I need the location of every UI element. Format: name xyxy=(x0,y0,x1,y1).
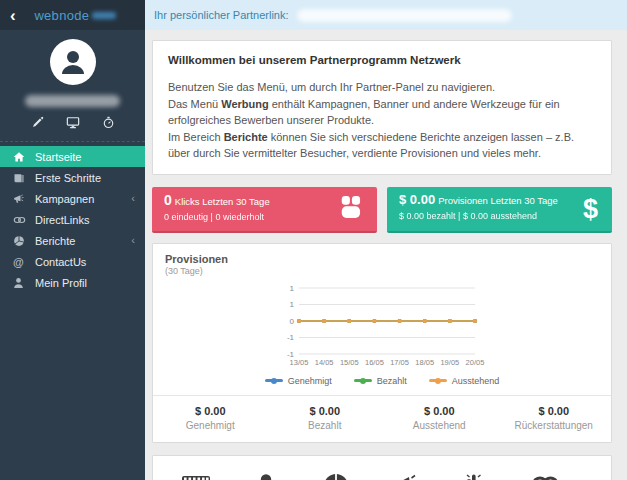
stat-rueckerstattungen: $ 0.00 Rückerstattungen xyxy=(497,405,612,431)
chart-plot-area: 110-1-113/0514/0515/0516/0517/0518/0519/… xyxy=(153,282,611,374)
clicks-line: 0Klicks Letzten 30 Tage xyxy=(164,192,365,208)
svg-text:19/05: 19/05 xyxy=(440,358,459,367)
legend-item-genehmigt[interactable]: Genehmigt xyxy=(265,376,332,386)
user-icon xyxy=(231,469,301,480)
monitor-icon[interactable] xyxy=(66,116,80,129)
chart-header: Provisionen (30 Tage) xyxy=(153,253,611,276)
home-icon xyxy=(13,151,35,163)
stat-label: Ausstehend xyxy=(382,420,497,431)
pie-chart-icon xyxy=(301,469,371,480)
welcome-line2: Das Menü Werbung enthält Kampagnen, Bann… xyxy=(168,96,596,129)
welcome-title: Willkommen bei unserem Partnerprogramm N… xyxy=(168,52,596,69)
sidebar-header: ‹ webnode xyxy=(0,0,145,30)
stopwatch-icon[interactable] xyxy=(102,116,115,129)
stat-label: Rückerstattungen xyxy=(497,420,612,431)
provisions-value: $ 0.00 xyxy=(399,192,435,207)
chevron-left-icon: ‹ xyxy=(131,193,135,204)
shortcut-berichte[interactable]: Berichte xyxy=(301,469,371,480)
chart-legend: GenehmigtBezahltAusstehend xyxy=(153,376,611,386)
provisions-sub: $ 0.00 bezahlt | $ 0.00 ausstehend xyxy=(399,211,600,221)
svg-text:17/05: 17/05 xyxy=(390,358,409,367)
welcome-line1: Benutzen Sie das Menü, um durch Ihr Part… xyxy=(168,79,596,96)
profile-quick-actions xyxy=(0,116,145,140)
sidebar-item-label: Kampagnen xyxy=(35,193,94,205)
megaphone-icon xyxy=(13,193,35,205)
stat-label: Genehmigt xyxy=(153,420,268,431)
stat-label: Bezahlt xyxy=(268,420,383,431)
edit-pencil-icon[interactable] xyxy=(31,116,44,129)
partnerlink-bar: Ihr persönlicher Partnerlink: xyxy=(145,0,627,30)
svg-text:18/05: 18/05 xyxy=(415,358,434,367)
shortcut-banner-links[interactable]: Banner & Links xyxy=(441,469,511,480)
clicks-tile[interactable]: 0Klicks Letzten 30 Tage 0 eindeutig | 0 … xyxy=(152,187,377,233)
sidebar-item-startseite[interactable]: Startseite xyxy=(0,146,145,167)
svg-text:-1: -1 xyxy=(287,333,295,342)
stat-value: $ 0.00 xyxy=(153,405,268,417)
clicks-sub: 0 eindeutig | 0 wiederholt xyxy=(164,212,365,222)
svg-text:13/05: 13/05 xyxy=(290,358,309,367)
stat-value: $ 0.00 xyxy=(382,405,497,417)
dollar-icon: $ xyxy=(583,195,598,222)
legend-item-bezahlt[interactable]: Bezahlt xyxy=(354,376,407,386)
avatar[interactable] xyxy=(50,39,96,85)
legend-marker xyxy=(429,379,447,382)
user-icon xyxy=(53,42,93,82)
sidebar-item-kampagnen[interactable]: Kampagnen ‹ xyxy=(0,188,145,209)
shortcuts-card: Affiliate panel tutorial video Mein Prof… xyxy=(152,455,612,480)
svg-text:0: 0 xyxy=(290,316,295,325)
legend-marker xyxy=(265,379,283,382)
shortcut-directlinks[interactable]: DirectLinks xyxy=(511,469,581,480)
sidebar-item-mein-profil[interactable]: Mein Profil xyxy=(0,272,145,293)
sidebar-item-label: Startseite xyxy=(35,151,81,163)
profile-block xyxy=(0,30,145,140)
sidebar-item-label: Berichte xyxy=(35,235,75,247)
provisions-label: Provisionen Letzten 30 Tage xyxy=(438,195,558,206)
shortcut-mein-profil[interactable]: Mein Profil xyxy=(231,469,301,480)
sidebar-item-contactus[interactable]: @ ContactUs xyxy=(0,251,145,272)
stat-tiles: 0Klicks Letzten 30 Tage 0 eindeutig | 0 … xyxy=(152,187,612,233)
content: Willkommen bei unserem Partnerprogramm N… xyxy=(145,30,627,480)
line-chart: 110-1-113/0514/0515/0516/0517/0518/0519/… xyxy=(273,282,491,374)
sidebar-item-berichte[interactable]: Berichte ‹ xyxy=(0,230,145,251)
partnerlink-label: Ihr persönlicher Partnerlink: xyxy=(154,9,289,21)
legend-label: Bezahlt xyxy=(377,376,407,386)
clicks-label: Klicks Letzten 30 Tage xyxy=(175,196,270,207)
logo-text: webnode xyxy=(34,8,89,23)
sidebar-item-label: Erste Schritte xyxy=(35,172,101,184)
sidebar-item-directlinks[interactable]: DirectLinks xyxy=(0,209,145,230)
svg-text:1: 1 xyxy=(290,300,295,309)
sidebar-item-erste-schritte[interactable]: Erste Schritte xyxy=(0,167,145,188)
provisions-tile[interactable]: $ 0.00Provisionen Letzten 30 Tage $ 0.00… xyxy=(387,187,612,233)
webnode-logo: webnode xyxy=(16,8,135,23)
welcome-line3: Im Bereich Berichte können Sie sich vers… xyxy=(168,129,596,162)
shortcut-kampagnen[interactable]: Kampagnen xyxy=(371,469,441,480)
user-icon xyxy=(13,277,35,289)
pie-chart-icon xyxy=(13,235,35,247)
svg-text:14/05: 14/05 xyxy=(315,358,334,367)
svg-text:16/05: 16/05 xyxy=(365,358,384,367)
legend-item-ausstehend[interactable]: Ausstehend xyxy=(429,376,500,386)
provisions-chart-card: Provisionen (30 Tage) 110-1-113/0514/051… xyxy=(152,243,612,443)
legend-marker xyxy=(354,379,372,382)
username-blurred xyxy=(25,95,120,107)
legend-label: Genehmigt xyxy=(288,376,332,386)
mouse-icon xyxy=(339,195,363,223)
stat-bezahlt: $ 0.00 Bezahlt xyxy=(268,405,383,431)
chart-stats-row: $ 0.00 Genehmigt $ 0.00 Bezahlt $ 0.00 A… xyxy=(153,395,611,442)
welcome-card: Willkommen bei unserem Partnerprogramm N… xyxy=(152,40,612,175)
chevron-left-icon: ‹ xyxy=(131,235,135,246)
shortcut-tutorial-video[interactable]: Affiliate panel tutorial video xyxy=(161,469,231,480)
clicks-value: 0 xyxy=(164,192,172,208)
chart-subtitle: (30 Tage) xyxy=(165,266,611,276)
sidebar-menu: Startseite Erste Schritte Kampagnen ‹ Di… xyxy=(0,141,145,293)
legend-label: Ausstehend xyxy=(452,376,500,386)
hand-click-icon xyxy=(441,469,511,480)
stat-value: $ 0.00 xyxy=(497,405,612,417)
at-icon: @ xyxy=(13,256,35,268)
partnerlink-url-blurred[interactable] xyxy=(297,9,512,22)
chart-title: Provisionen xyxy=(165,253,611,265)
svg-text:20/05: 20/05 xyxy=(466,358,485,367)
book-icon xyxy=(13,172,35,184)
film-video-icon xyxy=(161,469,231,480)
logo-suffix-blurred xyxy=(92,12,116,19)
